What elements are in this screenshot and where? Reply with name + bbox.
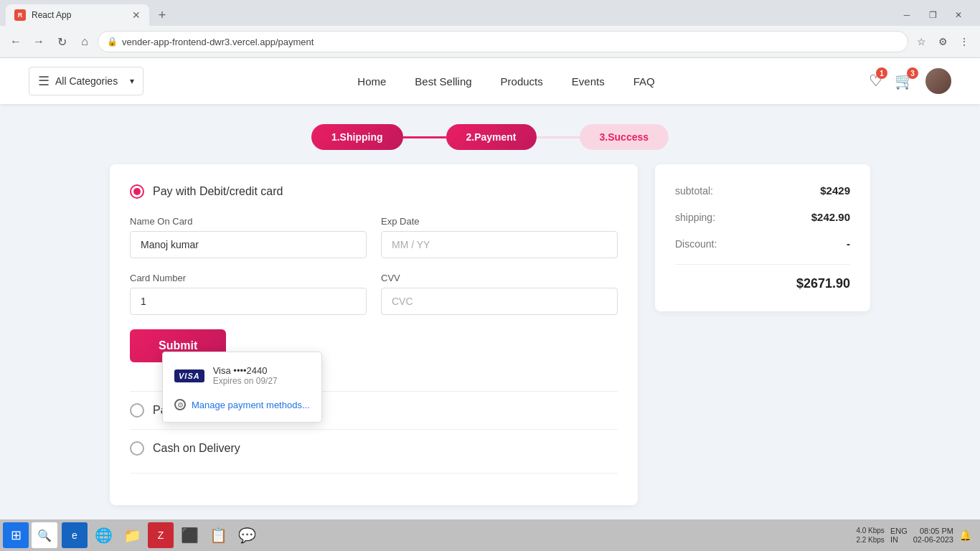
search-icon: 🔍 (37, 529, 52, 542)
name-on-card-label: Name On Card (130, 216, 367, 227)
wishlist-badge: 1 (876, 67, 887, 79)
order-summary: subtotal: $2429 shipping: $242.90 Discou… (655, 164, 870, 311)
clock-date: 02-06-2023 (913, 535, 953, 544)
tab-favicon: R (14, 9, 26, 21)
user-avatar[interactable] (925, 68, 951, 94)
name-on-card-input[interactable] (130, 231, 367, 258)
notification-icon[interactable]: 🔔 (959, 529, 971, 541)
card-number-label: Card Number (130, 273, 367, 283)
active-tab[interactable]: R React App ✕ (6, 4, 149, 26)
address-bar[interactable]: 🔒 vender-app-frontend-dwr3.vercel.app/pa… (98, 31, 908, 52)
categories-dropdown[interactable]: ☰ All Categories ▾ (29, 67, 143, 95)
debit-credit-option[interactable]: Pay with Debit/credit card (130, 184, 618, 199)
form-row-2: Card Number CVV (130, 273, 618, 315)
cvv-label: CVV (381, 273, 618, 283)
exp-date-group: Exp Date (381, 216, 618, 258)
home-button[interactable]: ⌂ (75, 32, 95, 52)
divider-3 (130, 473, 618, 474)
network-info: 4.0 Kbps 2.2 Kbps (856, 526, 884, 545)
card-number-group: Card Number (130, 273, 367, 315)
manage-label: Manage payment methods... (192, 400, 310, 410)
taskbar-chrome[interactable]: 🌐 (90, 522, 116, 548)
checkout-steps: 1.Shipping 2.Payment 3.Success (0, 104, 980, 164)
autocomplete-dropdown: VISA Visa ••••2440 Expires on 09/27 ⚙ Ma… (162, 352, 322, 423)
taskbar-clock: 08:05 PM 02-06-2023 (913, 527, 953, 544)
system-tray: ENG IN (890, 527, 908, 544)
cod-radio[interactable] (130, 441, 144, 456)
cod-option[interactable]: Cash on Delivery (130, 441, 618, 456)
exp-date-label: Exp Date (381, 216, 618, 227)
lang-indicator: ENG IN (890, 527, 908, 544)
paypal-radio[interactable] (130, 403, 144, 418)
tab-close-button[interactable]: ✕ (132, 9, 141, 21)
back-button[interactable]: ← (6, 32, 26, 52)
taskbar-app5[interactable]: 📋 (205, 522, 231, 548)
manage-icon: ⚙ (174, 399, 186, 410)
network-down: 2.2 Kbps (856, 535, 884, 545)
shipping-step-button[interactable]: 1.Shipping (311, 124, 403, 150)
address-text: vender-app-frontend-dwr3.vercel.app/paym… (122, 37, 314, 47)
form-row-1: Name On Card Exp Date (130, 216, 618, 258)
menu-button[interactable]: ⋮ (954, 32, 974, 52)
name-on-card-group: Name On Card (130, 216, 367, 258)
total-value: $2671.90 (796, 276, 850, 291)
header-icons: ♡ 1 🛒 3 (869, 68, 951, 94)
tab-bar: R React App ✕ + ─ ❐ ✕ (0, 0, 980, 26)
network-up: 4.0 Kbps (856, 526, 884, 535)
categories-chevron-icon: ▾ (130, 76, 134, 86)
payment-step-button[interactable]: 2.Payment (446, 124, 537, 150)
main-nav: Home Best Selling Products Events FAQ (357, 75, 654, 88)
browser-nav-icons: ☆ ⚙ ⋮ (911, 32, 974, 52)
taskbar: ⊞ 🔍 e 🌐 📁 Z ⬛ 📋 💬 4.0 Kbps 2.2 Kbps ENG … (0, 519, 980, 551)
visa-card-option[interactable]: VISA Visa ••••2440 Expires on 09/27 (163, 358, 321, 393)
taskbar-files[interactable]: 📁 (119, 522, 145, 548)
visa-logo-icon: VISA (174, 369, 204, 382)
hamburger-icon: ☰ (38, 73, 50, 89)
close-window-button[interactable]: ✕ (948, 5, 969, 25)
cart-button[interactable]: 🛒 3 (895, 72, 914, 90)
cvv-group: CVV (381, 273, 618, 315)
order-total: $2671.90 (675, 264, 850, 291)
extensions-button[interactable]: ⚙ (933, 32, 953, 52)
nav-best-selling[interactable]: Best Selling (415, 75, 471, 88)
main-layout: Pay with Debit/credit card Name On Card … (95, 164, 885, 505)
nav-products[interactable]: Products (501, 75, 543, 88)
exp-date-input[interactable] (381, 231, 618, 258)
nav-bar: ← → ↻ ⌂ 🔒 vender-app-frontend-dwr3.verce… (0, 26, 980, 57)
minimize-button[interactable]: ─ (897, 5, 917, 25)
forward-button[interactable]: → (29, 32, 49, 52)
discount-row: Discount: - (675, 237, 850, 250)
discount-value: - (847, 237, 850, 250)
wishlist-button[interactable]: ♡ 1 (869, 72, 883, 90)
manage-payment-methods[interactable]: ⚙ Manage payment methods... (163, 393, 321, 416)
tab-title: React App (32, 10, 71, 20)
new-tab-button[interactable]: + (152, 5, 172, 25)
windows-icon: ⊞ (11, 527, 22, 543)
step-payment: 2.Payment (446, 124, 537, 150)
shipping-value: $242.90 (811, 211, 850, 223)
taskbar-zotero[interactable]: Z (148, 522, 174, 548)
taskbar-search-button[interactable]: 🔍 (32, 522, 57, 548)
clock-time: 08:05 PM (913, 527, 953, 535)
nav-home[interactable]: Home (357, 75, 386, 88)
bookmark-button[interactable]: ☆ (911, 32, 931, 52)
debit-credit-radio[interactable] (130, 184, 144, 199)
categories-label: All Categories (55, 75, 118, 87)
reload-button[interactable]: ↻ (52, 32, 72, 52)
success-step-button[interactable]: 3.Success (580, 124, 669, 150)
card-number-input[interactable] (130, 288, 367, 315)
taskbar-apps: e 🌐 📁 Z ⬛ 📋 💬 (62, 522, 260, 548)
discount-label: Discount: (675, 238, 717, 250)
subtotal-value: $2429 (820, 184, 850, 197)
taskbar-vscode[interactable]: ⬛ (176, 522, 202, 548)
nav-events[interactable]: Events (572, 75, 605, 88)
browser-chrome: R React App ✕ + ─ ❐ ✕ ← → ↻ ⌂ 🔒 vender-a… (0, 0, 980, 58)
taskbar-whatsapp[interactable]: 💬 (234, 522, 260, 548)
lock-icon: 🔒 (107, 37, 118, 47)
taskbar-edge[interactable]: e (62, 522, 88, 548)
maximize-button[interactable]: ❐ (923, 5, 943, 25)
start-button[interactable]: ⊞ (3, 522, 29, 548)
visa-card-expiry: Expires on 09/27 (213, 376, 278, 386)
cvv-input[interactable] (381, 288, 618, 315)
nav-faq[interactable]: FAQ (633, 75, 655, 88)
